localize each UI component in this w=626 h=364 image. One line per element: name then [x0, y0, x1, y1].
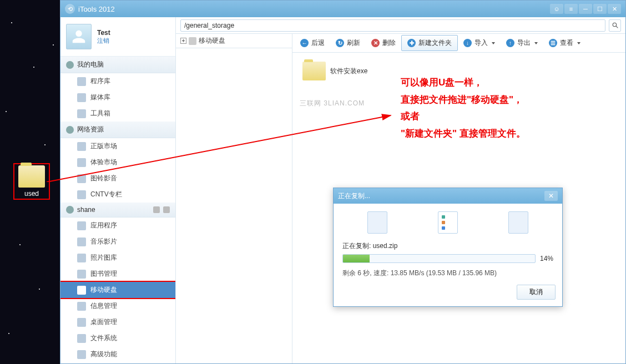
- globe-icon: [66, 126, 74, 134]
- user-name: Test: [97, 29, 110, 37]
- dialog-title: 正在复制...: [338, 191, 370, 201]
- desktop-icon: [77, 318, 86, 327]
- progress-bar: [342, 254, 536, 263]
- copy-dialog: 正在复制... ✕ 正在复制: used.zip 14% 剩余 6 秒, 速度:…: [333, 188, 563, 307]
- sidebar-item-photos[interactable]: 照片图库: [60, 250, 175, 266]
- gear-icon: [77, 350, 86, 359]
- file-item[interactable]: 软件安装exe: [300, 59, 411, 83]
- music-icon: [77, 237, 86, 246]
- titlebar[interactable]: ⟲ iTools 2012 ☺ ≡ ─ ☐ ✕: [60, 1, 625, 17]
- apps-icon: [77, 221, 86, 230]
- view-button[interactable]: ☰查看: [543, 36, 586, 50]
- folder-icon: [18, 165, 45, 188]
- svg-line-1: [616, 26, 618, 28]
- view-icon: ☰: [549, 39, 557, 47]
- file-name: 软件安装exe: [330, 67, 367, 76]
- grid-icon: [77, 77, 86, 86]
- close-button[interactable]: ✕: [608, 4, 621, 14]
- sidebar-item-media[interactable]: 媒体库: [60, 89, 175, 105]
- logout-link[interactable]: 注销: [97, 37, 110, 45]
- dialog-icons: [342, 211, 553, 234]
- sidebar-item-advanced[interactable]: 高级功能: [60, 346, 175, 362]
- link-icon[interactable]: [153, 206, 160, 213]
- import-button[interactable]: ↓导入: [458, 36, 501, 50]
- copying-label: 正在复制: used.zip: [342, 241, 553, 251]
- device-icon: [66, 206, 74, 214]
- back-button[interactable]: ←后退: [295, 36, 330, 50]
- tv-icon: [77, 190, 86, 199]
- file-stack-icon: [508, 211, 528, 234]
- info-icon: [77, 302, 86, 311]
- sidebar-item-tools[interactable]: 工具箱: [60, 105, 175, 122]
- file-stack-icon: [367, 211, 387, 234]
- media-icon: [77, 93, 86, 102]
- sidebar-item-trial[interactable]: 体验市场: [60, 154, 175, 170]
- user-box: Test 注销: [60, 17, 175, 57]
- feedback-button[interactable]: ☺: [550, 4, 563, 14]
- transfer-icon: [438, 211, 458, 234]
- search-icon: [612, 22, 619, 29]
- new-folder-button[interactable]: ✚新建文件夹: [401, 35, 458, 51]
- progress-fill: [343, 255, 370, 262]
- address-bar[interactable]: /general_storage: [180, 19, 605, 32]
- sidebar-item-books[interactable]: 图书管理: [60, 266, 175, 282]
- delete-icon: ✕: [371, 39, 380, 47]
- sidebar-item-programs[interactable]: 程序库: [60, 73, 175, 89]
- refresh-icon: ↻: [336, 39, 344, 47]
- sidebar-item-market[interactable]: 正版市场: [60, 138, 175, 154]
- desktop-folder-label: used: [16, 190, 48, 198]
- delete-button[interactable]: ✕删除: [366, 36, 401, 50]
- grid-icon: [77, 158, 86, 167]
- avatar-icon: [66, 24, 92, 49]
- toolbar: ←后退 ↻刷新 ✕删除 ✚新建文件夹 ↓导入 ↑导出 ☰查看: [292, 34, 625, 53]
- sidebar-item-cntv[interactable]: CNTV专栏: [60, 186, 175, 203]
- refresh-button[interactable]: ↻刷新: [330, 36, 366, 50]
- computer-icon: [66, 61, 74, 69]
- wrench-icon: [77, 109, 86, 118]
- sidebar-item-filesystem[interactable]: 文件系统: [60, 330, 175, 346]
- svg-point-0: [613, 23, 617, 27]
- sidebar: Test 注销 我的电脑 程序库 媒体库 工具箱 网络资源 正版市场 体验市场: [60, 17, 176, 363]
- eject-icon[interactable]: [163, 206, 170, 213]
- desktop-folder-used[interactable]: used: [13, 163, 50, 200]
- dialog-titlebar[interactable]: 正在复制... ✕: [334, 188, 562, 204]
- search-button[interactable]: [609, 19, 621, 32]
- maximize-button[interactable]: ☐: [593, 4, 607, 14]
- sidebar-section-network[interactable]: 网络资源: [60, 122, 175, 138]
- sidebar-item-music[interactable]: 音乐影片: [60, 234, 175, 250]
- back-arrow-icon: ←: [300, 39, 309, 47]
- chevron-down-icon: [534, 42, 538, 44]
- apple-icon: [77, 142, 86, 151]
- export-icon: ↑: [506, 39, 514, 47]
- sidebar-item-ringtone[interactable]: 图铃影音: [60, 170, 175, 186]
- dialog-close-button[interactable]: ✕: [544, 191, 558, 201]
- folder-icon: [302, 62, 326, 80]
- sidebar-item-apps[interactable]: 应用程序: [60, 218, 175, 234]
- sidebar-item-info[interactable]: 信息管理: [60, 298, 175, 314]
- sidebar-item-storage[interactable]: 移动硬盘: [60, 282, 175, 298]
- watermark: 三联网 3LIAN.COM: [300, 99, 365, 108]
- folder-icon: [77, 334, 86, 343]
- photo-icon: [77, 254, 86, 262]
- transfer-stats: 剩余 6 秒, 速度: 13.85 MB/s (19.53 MB / 135.9…: [342, 269, 553, 278]
- chevron-down-icon: [492, 42, 495, 44]
- app-title: iTools 2012: [78, 5, 115, 13]
- expand-icon[interactable]: +: [180, 38, 186, 44]
- minimize-button[interactable]: ─: [579, 4, 592, 14]
- sidebar-section-computer[interactable]: 我的电脑: [60, 57, 175, 73]
- annotation-text: 可以像用U盘一样， 直接把文件拖进"移动硬盘"， 或者 "新建文件夹" 直接管理…: [401, 74, 526, 142]
- cancel-button[interactable]: 取消: [517, 285, 556, 300]
- progress-percent: 14%: [540, 255, 553, 262]
- menu-button[interactable]: ≡: [564, 4, 578, 14]
- import-icon: ↓: [463, 39, 472, 47]
- chevron-down-icon: [577, 42, 580, 44]
- drive-icon: [189, 37, 196, 45]
- export-button[interactable]: ↑导出: [501, 36, 543, 50]
- storage-icon: [77, 286, 86, 295]
- itools-window: ⟲ iTools 2012 ☺ ≡ ─ ☐ ✕ Test 注销 我的电脑: [60, 0, 626, 364]
- book-icon: [77, 270, 86, 279]
- sidebar-item-desktop[interactable]: 桌面管理: [60, 314, 175, 330]
- tree-root[interactable]: + 移动硬盘: [176, 34, 292, 48]
- play-icon: [77, 174, 86, 183]
- sidebar-section-device[interactable]: shane: [60, 203, 175, 218]
